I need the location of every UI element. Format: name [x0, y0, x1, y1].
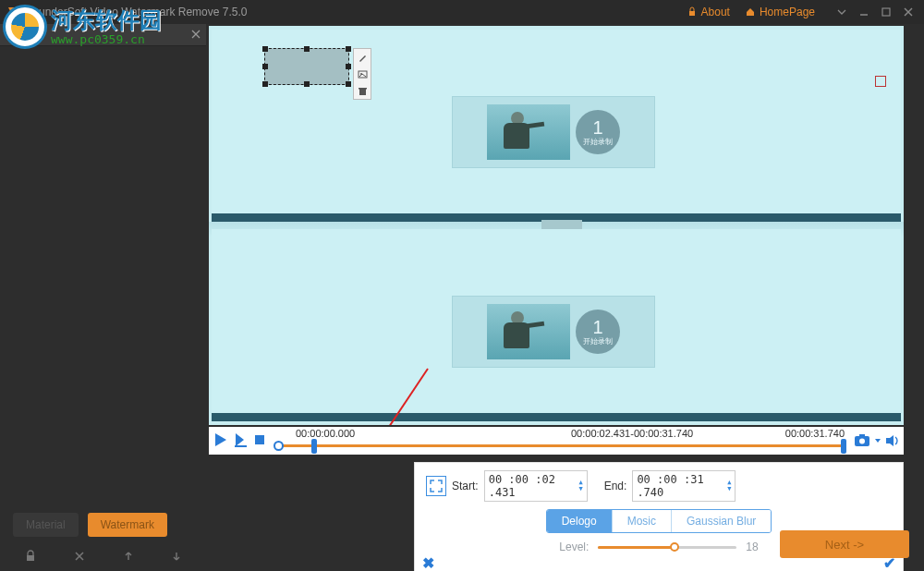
mode-tabs: Delogo Mosic Gaussian Blur	[546, 509, 772, 533]
mode-delogo[interactable]: Delogo	[547, 510, 613, 532]
volume-button[interactable]	[885, 433, 900, 448]
delete-icon[interactable]	[74, 550, 85, 565]
sel-image-icon[interactable]	[354, 66, 371, 82]
down-arrow-icon[interactable]	[171, 550, 182, 565]
svg-rect-3	[882, 8, 890, 16]
end-spinner-down[interactable]: ▼	[727, 486, 731, 492]
seek-bar[interactable]: 00:00:00.000 00:00:02.431-00:00:31.740 0…	[275, 428, 845, 454]
range-start-handle[interactable]	[311, 439, 317, 454]
lock-icon[interactable]	[24, 550, 37, 565]
svg-marker-24	[875, 439, 881, 443]
start-label: Start:	[452, 480, 479, 492]
about-link[interactable]: About	[687, 6, 730, 18]
file-row[interactable]	[0, 24, 206, 46]
lock-icon	[687, 6, 698, 18]
svg-point-22	[859, 439, 865, 444]
svg-marker-25	[886, 435, 894, 446]
start-spinner-down[interactable]: ▼	[578, 486, 582, 492]
time-end: 00:00:31.740	[785, 428, 845, 439]
close-button[interactable]	[898, 4, 918, 20]
svg-rect-19	[235, 445, 247, 447]
svg-rect-23	[859, 434, 865, 437]
resize-handle-tl[interactable]	[262, 46, 268, 52]
seek-knob[interactable]	[274, 441, 284, 451]
sel-delete-icon[interactable]	[354, 82, 371, 99]
start-time-input[interactable]: 00 :00 :02 .431 ▲▼	[484, 470, 588, 502]
level-slider-knob[interactable]	[670, 542, 679, 552]
minimize-button[interactable]	[854, 4, 874, 20]
end-time-input[interactable]: 00 :00 :31 .740 ▲▼	[632, 470, 736, 502]
stop-button[interactable]	[253, 433, 266, 449]
badge-number: 1	[592, 118, 602, 137]
resize-handle-tm[interactable]	[304, 46, 310, 52]
homepage-link[interactable]: HomePage	[745, 6, 815, 18]
main-area: 1 开始录制 1 开始	[206, 24, 924, 571]
svg-marker-17	[215, 433, 226, 446]
preview-inner-window-top: 1 开始录制	[452, 96, 655, 168]
resize-handle-bm[interactable]	[304, 81, 310, 87]
svg-marker-18	[236, 433, 244, 446]
level-slider[interactable]	[598, 541, 736, 553]
level-label: Level:	[559, 541, 589, 553]
next-button[interactable]: Next ->	[780, 530, 909, 558]
video-preview[interactable]: 1 开始录制 1 开始	[209, 26, 904, 425]
preview-inner-window-bottom: 1 开始录制	[452, 296, 655, 368]
selection-toolbar	[353, 48, 371, 100]
resize-handle-bl[interactable]	[262, 81, 268, 87]
panel-cancel-icon[interactable]: ✖	[422, 554, 434, 571]
playback-bar: 00:00:00.000 00:00:02.431-00:00:31.740 0…	[209, 427, 904, 455]
app-icon	[6, 5, 20, 19]
time-current: 00:00:00.000	[296, 428, 355, 439]
window-title: ThunderSoft Video Watermark Remove 7.5.0	[26, 6, 247, 18]
tab-watermark[interactable]: Watermark	[88, 513, 167, 537]
sidebar-actions	[0, 541, 206, 571]
svg-rect-13	[359, 89, 366, 95]
file-close-icon[interactable]	[191, 30, 201, 41]
svg-rect-1	[689, 11, 695, 16]
sidebar: Material Watermark	[0, 24, 206, 571]
mode-mosic[interactable]: Mosic	[613, 510, 672, 532]
snapshot-dropdown-icon[interactable]	[874, 433, 881, 448]
mode-gaussian[interactable]: Gaussian Blur	[672, 510, 771, 532]
home-icon	[745, 6, 756, 18]
snapshot-button[interactable]	[854, 433, 870, 448]
end-label: End:	[604, 480, 627, 492]
play-button[interactable]	[213, 431, 229, 451]
range-end-handle[interactable]	[841, 439, 846, 454]
pin-button[interactable]	[832, 4, 852, 20]
titlebar: ThunderSoft Video Watermark Remove 7.5.0…	[0, 0, 924, 24]
tab-material[interactable]: Material	[13, 513, 79, 537]
svg-rect-14	[359, 88, 367, 90]
selection-rectangle[interactable]	[264, 48, 349, 85]
resize-handle-mr[interactable]	[346, 64, 351, 69]
resize-handle-ml[interactable]	[262, 64, 268, 69]
resize-handle-br[interactable]	[346, 81, 351, 87]
maximize-button[interactable]	[876, 4, 896, 20]
up-arrow-icon[interactable]	[123, 550, 134, 565]
svg-marker-0	[8, 7, 18, 17]
resize-handle-tr[interactable]	[346, 46, 351, 52]
sel-edit-icon[interactable]	[354, 49, 371, 66]
badge-text: 开始录制	[583, 137, 613, 147]
level-value: 18	[746, 541, 758, 553]
step-button[interactable]	[233, 431, 249, 451]
fullscreen-select-button[interactable]	[426, 476, 446, 496]
svg-rect-20	[255, 435, 264, 444]
svg-rect-8	[27, 555, 34, 561]
time-range: 00:00:02.431-00:00:31.740	[571, 428, 693, 439]
